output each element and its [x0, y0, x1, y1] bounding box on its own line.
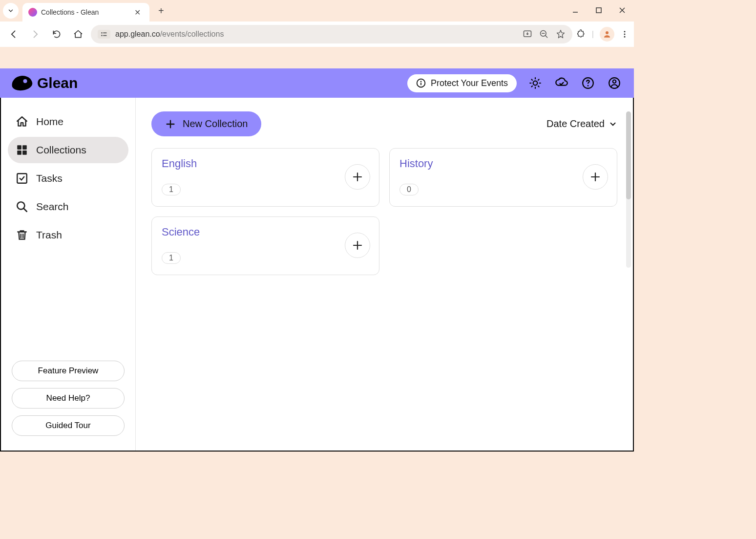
collection-title: Science [162, 226, 369, 238]
sync-status[interactable] [554, 75, 569, 91]
new-tab-button[interactable]: + [154, 3, 168, 19]
plus-icon [352, 239, 363, 251]
svg-rect-1 [596, 8, 601, 13]
zoom-icon[interactable] [539, 29, 549, 39]
sidebar-item-trash[interactable]: Trash [8, 222, 128, 248]
extensions-icon[interactable] [576, 29, 586, 39]
browser-tab[interactable]: Collections - Glean ✕ [22, 3, 149, 22]
tab-favicon [28, 8, 37, 17]
collection-count: 0 [399, 184, 419, 195]
address-row: app.glean.co/events/collections | [0, 22, 634, 47]
browser-chrome: Collections - Glean ✕ + app.glean. [0, 0, 634, 68]
minimize-button[interactable] [567, 3, 584, 18]
checkbox-icon [16, 172, 28, 185]
account-button[interactable] [607, 75, 622, 91]
collection-count: 1 [162, 252, 181, 264]
new-collection-label: New Collection [183, 118, 248, 129]
collection-card[interactable]: Science 1 [151, 216, 379, 275]
sidebar-item-collections[interactable]: Collections [8, 137, 128, 163]
collection-add-button[interactable] [583, 164, 608, 190]
new-collection-button[interactable]: New Collection [151, 111, 261, 136]
trash-icon [16, 229, 28, 241]
sidebar-item-home[interactable]: Home [8, 108, 128, 135]
install-app-icon[interactable] [523, 29, 532, 39]
url-text: app.glean.co/events/collections [115, 30, 224, 39]
tab-title: Collections - Glean [41, 8, 127, 16]
sidebar-item-search[interactable]: Search [8, 194, 128, 220]
svg-point-10 [624, 34, 626, 35]
help-button[interactable] [580, 75, 596, 91]
main-content: New Collection Date Created English 1 Hi… [136, 98, 633, 451]
scrollbar-thumb[interactable] [626, 111, 631, 199]
bookmark-icon[interactable] [556, 29, 566, 39]
plus-icon [165, 119, 176, 129]
app-header: Glean Protect Your Events [0, 68, 634, 98]
chevron-down-icon [609, 120, 617, 129]
main-toolbar: New Collection Date Created [151, 111, 617, 136]
menu-button[interactable] [620, 30, 629, 39]
protect-label: Protect Your Events [431, 78, 508, 88]
forward-button[interactable] [26, 25, 44, 43]
svg-point-15 [533, 81, 538, 86]
logo-mark [11, 74, 33, 92]
feature-preview-button[interactable]: Feature Preview [12, 361, 125, 381]
svg-point-11 [624, 36, 626, 38]
collection-add-button[interactable] [345, 164, 370, 190]
protect-events-button[interactable]: Protect Your Events [407, 74, 517, 92]
sort-dropdown[interactable]: Date Created [546, 118, 617, 129]
collection-add-button[interactable] [345, 233, 370, 258]
svg-point-13 [420, 81, 422, 82]
theme-toggle[interactable] [527, 75, 543, 91]
url-host: app.glean.co [115, 30, 160, 38]
scrollbar[interactable] [626, 111, 631, 268]
site-info-icon[interactable] [98, 30, 110, 39]
sidebar-bottom: Feature Preview Need Help? Guided Tour [8, 357, 128, 440]
svg-rect-24 [17, 173, 27, 183]
info-icon [416, 78, 426, 88]
tab-close-button[interactable]: ✕ [131, 7, 144, 18]
home-button[interactable] [69, 25, 87, 43]
sidebar-item-tasks[interactable]: Tasks [8, 165, 128, 192]
collection-title: English [162, 157, 369, 170]
need-help-button[interactable]: Need Help? [12, 388, 125, 409]
sidebar-item-label: Trash [36, 229, 62, 241]
collection-title: History [399, 157, 607, 170]
svg-rect-3 [103, 32, 106, 33]
svg-point-19 [613, 80, 616, 84]
collection-count: 1 [162, 184, 181, 195]
sidebar-item-label: Tasks [36, 172, 63, 184]
collection-card[interactable]: History 0 [389, 148, 617, 207]
logo-text: Glean [37, 75, 78, 91]
svg-rect-20 [17, 145, 21, 150]
address-bar[interactable]: app.glean.co/events/collections [91, 25, 572, 43]
back-button[interactable] [5, 25, 22, 43]
sort-label: Date Created [546, 118, 605, 129]
reload-button[interactable] [48, 25, 65, 43]
svg-point-2 [101, 32, 103, 34]
sidebar-item-label: Collections [36, 144, 86, 156]
chevron-down-icon [7, 7, 14, 14]
close-window-button[interactable] [613, 3, 631, 18]
guided-tour-button[interactable]: Guided Tour [12, 415, 125, 436]
svg-rect-14 [420, 83, 421, 85]
search-icon [16, 200, 28, 213]
sidebar-item-label: Home [36, 116, 63, 128]
svg-rect-23 [22, 151, 27, 155]
svg-rect-5 [103, 35, 106, 36]
sidebar: Home Collections Tasks Search Trash Feat… [1, 98, 136, 451]
maximize-button[interactable] [590, 3, 608, 18]
url-path: /events/collections [160, 30, 224, 38]
svg-rect-22 [17, 151, 21, 155]
plus-icon [352, 171, 363, 183]
collection-card[interactable]: English 1 [151, 148, 379, 207]
tab-bar: Collections - Glean ✕ + [0, 0, 634, 22]
app-body: Home Collections Tasks Search Trash Feat… [0, 98, 634, 452]
browser-gap [0, 47, 634, 68]
svg-point-4 [101, 35, 103, 36]
tab-search-dropdown[interactable] [3, 3, 19, 19]
profile-button[interactable] [600, 27, 614, 42]
svg-point-8 [606, 31, 609, 34]
logo[interactable]: Glean [12, 75, 78, 91]
svg-point-9 [624, 31, 626, 32]
plus-icon [589, 171, 601, 183]
